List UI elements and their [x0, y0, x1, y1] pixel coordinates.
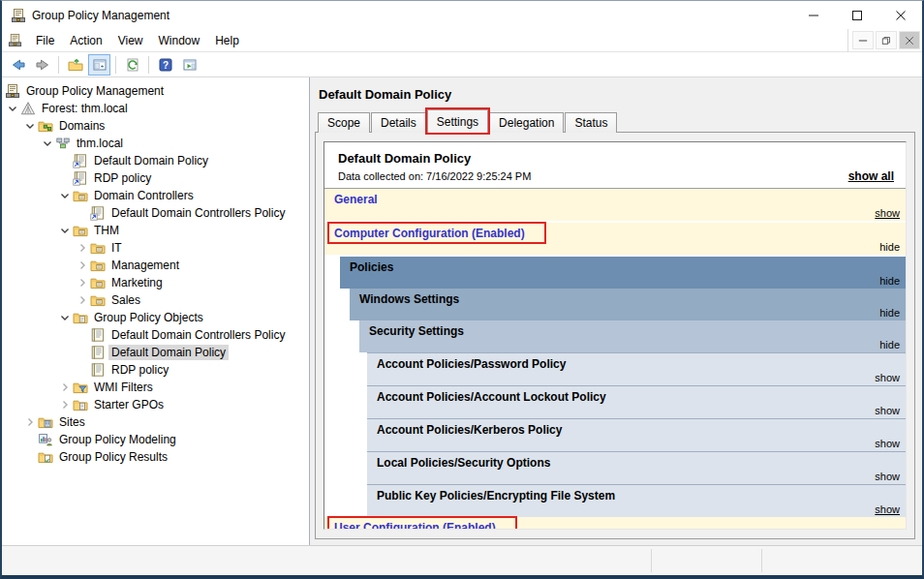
- section-title[interactable]: Windows Settings: [359, 292, 459, 306]
- tree-item-label: Default Domain Controllers Policy: [108, 327, 288, 343]
- tree-item-thm-local[interactable]: thm.local: [2, 135, 309, 152]
- toolbar: [2, 52, 922, 77]
- expander-closed-icon[interactable]: [22, 414, 38, 430]
- menu-window[interactable]: Window: [151, 31, 208, 50]
- expander-closed-icon[interactable]: [75, 240, 90, 256]
- tree-item-group-policy-management[interactable]: Group Policy Management: [2, 82, 309, 100]
- tab-settings[interactable]: Settings: [427, 109, 488, 133]
- tree-item-label: Default Domain Controllers Policy: [108, 205, 288, 221]
- section-hide-link[interactable]: hide: [879, 241, 900, 253]
- mdi-close-button[interactable]: [899, 31, 920, 49]
- tree-item-rdp-policy[interactable]: RDP policy: [2, 361, 309, 379]
- ou-icon: [90, 275, 106, 290]
- tree-item-default-domain-controllers-policy[interactable]: Default Domain Controllers Policy: [2, 204, 309, 222]
- console-tree-icon[interactable]: [88, 54, 110, 76]
- tree-item-sales[interactable]: Sales: [2, 291, 309, 309]
- section-title[interactable]: Policies: [350, 260, 393, 274]
- section-title[interactable]: Account Policies/Account Lockout Policy: [377, 390, 606, 404]
- close-button[interactable]: [878, 1, 922, 29]
- menu-help[interactable]: Help: [207, 31, 247, 50]
- mdi-restore-button[interactable]: [876, 31, 897, 49]
- mdi-minimize-button[interactable]: [852, 31, 874, 49]
- menu-action[interactable]: Action: [62, 31, 109, 50]
- help-icon[interactable]: [154, 54, 176, 76]
- tree-item-label: WMI Filters: [91, 380, 156, 395]
- tree-item-rdp-policy[interactable]: RDP policy: [2, 169, 309, 187]
- section-hide-link[interactable]: hide: [879, 339, 900, 350]
- expander-closed-icon[interactable]: [75, 275, 90, 290]
- expander-closed-icon[interactable]: [75, 292, 90, 308]
- show-all-link[interactable]: show all: [848, 169, 894, 183]
- tree-item-default-domain-policy[interactable]: Default Domain Policy: [2, 344, 309, 361]
- section-title[interactable]: Account Policies/Password Policy: [377, 357, 566, 371]
- maximize-button[interactable]: [835, 1, 878, 29]
- tree-item-marketing[interactable]: Marketing: [2, 274, 309, 291]
- tree-item-label: Group Policy Objects: [91, 310, 206, 325]
- tree-item-group-policy-objects[interactable]: Group Policy Objects: [2, 309, 309, 326]
- expander-open-icon[interactable]: [57, 188, 73, 203]
- tree-item-group-policy-modeling[interactable]: Group Policy Modeling: [2, 431, 309, 448]
- expander-closed-icon[interactable]: [57, 380, 73, 395]
- ou-icon: [90, 240, 106, 256]
- tree-item-forest-thm-local[interactable]: Forest: thm.local: [2, 100, 309, 117]
- tab-status[interactable]: Status: [565, 112, 617, 133]
- refresh-icon[interactable]: [121, 54, 143, 76]
- tab-delegation[interactable]: Delegation: [489, 112, 564, 133]
- section-hide-link[interactable]: hide: [879, 275, 900, 287]
- section-title[interactable]: Computer Configuration (Enabled): [334, 227, 525, 240]
- tree-item-it[interactable]: IT: [2, 239, 309, 257]
- expander-open-icon[interactable]: [57, 310, 73, 325]
- minimize-button[interactable]: [791, 1, 835, 29]
- menu-file[interactable]: File: [28, 31, 62, 50]
- menu-view[interactable]: View: [110, 31, 151, 50]
- tree-item-starter-gpos[interactable]: Starter GPOs: [2, 396, 309, 413]
- app-window: Group Policy Management FileActionViewWi…: [0, 0, 924, 579]
- expander-closed-icon[interactable]: [75, 258, 90, 273]
- section-title[interactable]: User Configuration (Enabled): [334, 521, 496, 530]
- expander-closed-icon[interactable]: [57, 397, 73, 412]
- tree-item-default-domain-policy[interactable]: Default Domain Policy: [2, 152, 309, 169]
- section-hide-link[interactable]: hide: [879, 307, 900, 319]
- section-show-link[interactable]: show: [875, 372, 900, 383]
- expander-open-icon[interactable]: [22, 118, 38, 134]
- tree-item-management[interactable]: Management: [2, 257, 309, 274]
- tree-item-domain-controllers[interactable]: Domain Controllers: [2, 187, 309, 204]
- export-list-icon[interactable]: [64, 54, 86, 76]
- expander-spacer: [75, 345, 90, 360]
- main-area: Group Policy ManagementForest: thm.local…: [2, 77, 922, 545]
- new-window-icon[interactable]: [178, 54, 200, 76]
- tab-scope[interactable]: Scope: [318, 112, 370, 133]
- section-show-link[interactable]: show: [875, 503, 900, 515]
- chevron-down-icon: [57, 188, 73, 203]
- tree-item-default-domain-controllers-policy[interactable]: Default Domain Controllers Policy: [2, 326, 309, 344]
- section-title[interactable]: General: [334, 193, 378, 206]
- gpo-link-icon: [73, 153, 88, 168]
- section-show-link[interactable]: show: [875, 207, 900, 219]
- expander-spacer: [22, 432, 38, 447]
- tree-item-sites[interactable]: Sites: [2, 413, 309, 431]
- tree-item-thm[interactable]: THM: [2, 222, 309, 239]
- forest-icon: [20, 101, 36, 116]
- tree-item-wmi-filters[interactable]: WMI Filters: [2, 379, 309, 396]
- tree-item-group-policy-results[interactable]: Group Policy Results: [2, 448, 309, 466]
- expander-open-icon[interactable]: [40, 136, 55, 151]
- console-icon: [8, 33, 22, 47]
- section-show-link[interactable]: show: [875, 405, 900, 416]
- section-show-link[interactable]: show: [875, 438, 900, 449]
- tab-details[interactable]: Details: [371, 112, 426, 133]
- tree-item-label: Group Policy Modeling: [56, 432, 179, 447]
- section-title[interactable]: Local Policies/Security Options: [377, 456, 550, 470]
- expander-open-icon[interactable]: [57, 223, 73, 238]
- section-show-link[interactable]: show: [875, 471, 900, 482]
- section-title[interactable]: Security Settings: [369, 324, 464, 338]
- settings-report: Default Domain Policy Data collected on:…: [323, 141, 907, 530]
- report-section-local-policies-security-options: Local Policies/Security Optionsshow: [367, 451, 906, 484]
- section-title[interactable]: Account Policies/Kerberos Policy: [377, 423, 562, 437]
- forward-icon[interactable]: [31, 54, 53, 76]
- tree-item-domains[interactable]: Domains: [2, 117, 309, 135]
- expander-open-icon[interactable]: [5, 101, 20, 116]
- gpo-link-icon: [90, 205, 106, 221]
- tree-item-label: Default Domain Policy: [108, 345, 229, 360]
- section-title[interactable]: Public Key Policies/Encrypting File Syst…: [377, 489, 615, 503]
- back-icon[interactable]: [7, 54, 29, 76]
